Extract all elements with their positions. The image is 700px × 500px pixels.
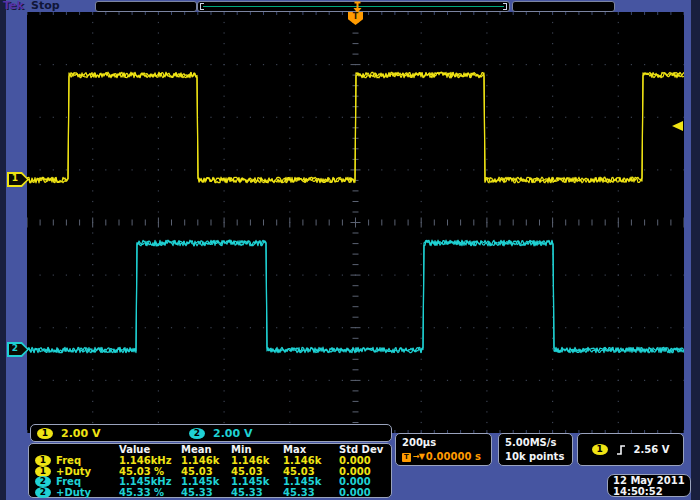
meas-cell: 1.146kHz bbox=[119, 455, 181, 466]
acquisition-readout-box[interactable]: 5.00MS/s 10k points bbox=[498, 433, 573, 466]
oscilloscope-screen: { "header": { "logo": "Tek", "status": "… bbox=[0, 0, 700, 500]
ch1-scale-value: 2.00 V bbox=[61, 427, 100, 440]
acquisition-status-label: Stop bbox=[31, 0, 60, 12]
ch2-marker-label: 2 bbox=[7, 343, 23, 353]
ch2-badge: 2 bbox=[35, 476, 51, 487]
meas-cell: 45.33 bbox=[181, 487, 231, 498]
record-right-bracket-icon bbox=[503, 3, 507, 10]
ch2-badge: 2 bbox=[35, 487, 51, 498]
meas-header-max: Max bbox=[283, 444, 339, 455]
meas-row-label: 1+Duty bbox=[33, 466, 119, 477]
meas-cell: 45.03 bbox=[181, 466, 231, 477]
ch1-marker-label: 1 bbox=[7, 173, 23, 183]
trigger-level-arrow-icon[interactable] bbox=[672, 121, 683, 131]
rising-edge-icon bbox=[616, 444, 626, 456]
meas-row-label: 2+Duty bbox=[33, 487, 119, 498]
ch1-badge: 1 bbox=[35, 466, 51, 477]
trigger-t-icon: T bbox=[402, 453, 411, 462]
meas-cell: 1.146k bbox=[181, 455, 231, 466]
ch2-scale-value: 2.00 V bbox=[213, 427, 252, 440]
trigger-level: 2.56 V bbox=[634, 444, 670, 455]
record-length: 10k points bbox=[505, 450, 572, 464]
meas-cell: 1.145k bbox=[283, 476, 339, 487]
tek-logo: Tek bbox=[3, 0, 24, 12]
time-label: 14:50:52 bbox=[613, 487, 690, 498]
meas-cell: 1.145k bbox=[181, 476, 231, 487]
meas-header-value: Value bbox=[119, 444, 181, 455]
channel-scale-box[interactable]: 1 2.00 V 2 2.00 V bbox=[30, 424, 392, 442]
graticule-and-traces bbox=[27, 12, 684, 433]
date-label: 12 May 2011 bbox=[613, 476, 690, 487]
meas-cell: 45.33 bbox=[231, 487, 283, 498]
meas-cell: 45.03 bbox=[283, 466, 339, 477]
meas-cell: 0.000 bbox=[339, 466, 387, 477]
meas-cell: 1.145k bbox=[231, 476, 283, 487]
top-status-bar: Tek Stop bbox=[0, 0, 684, 12]
ch2-badge[interactable]: 2 bbox=[189, 428, 205, 439]
meas-row-label: 1Freq bbox=[33, 455, 119, 466]
meas-header-blank bbox=[33, 444, 119, 455]
ch1-badge: 1 bbox=[35, 455, 51, 466]
meas-header-stddev: Std Dev bbox=[339, 444, 387, 455]
trigger-source-badge: 1 bbox=[592, 444, 608, 455]
ch1-position-marker[interactable]: 1 bbox=[7, 172, 29, 187]
meas-header-mean: Mean bbox=[181, 444, 231, 455]
horizontal-position: 0.00000 s bbox=[426, 450, 481, 464]
meas-cell: 0.000 bbox=[339, 487, 387, 498]
trigger-readout-box[interactable]: 1 2.56 V bbox=[577, 433, 684, 466]
topbar-readout-box bbox=[95, 1, 197, 12]
meas-cell: 45.33 % bbox=[119, 487, 181, 498]
meas-cell: 45.33 bbox=[283, 487, 339, 498]
meas-cell: 1.146k bbox=[231, 455, 283, 466]
ch2-position-marker[interactable]: 2 bbox=[7, 342, 29, 357]
meas-cell: 45.03 % bbox=[119, 466, 181, 477]
topbar-readout-box bbox=[512, 1, 615, 12]
meas-cell: 0.000 bbox=[339, 476, 387, 487]
record-left-bracket-icon bbox=[200, 3, 204, 10]
sample-rate: 5.00MS/s bbox=[505, 436, 572, 450]
waveform-display-area: T bbox=[27, 12, 684, 433]
ch1-badge[interactable]: 1 bbox=[37, 428, 53, 439]
trigger-arrow-icon: →▼ bbox=[413, 450, 424, 464]
meas-cell: 1.145kHz bbox=[119, 476, 181, 487]
measurement-table: Value Mean Min Max Std Dev 1Freq 1.146kH… bbox=[28, 443, 392, 498]
meas-cell: 45.03 bbox=[231, 466, 283, 477]
meas-row-label: 2Freq bbox=[33, 476, 119, 487]
horizontal-readout-box[interactable]: 200µs T→▼ 0.00000 s bbox=[395, 433, 492, 466]
meas-cell: 1.146k bbox=[283, 455, 339, 466]
record-view-bar bbox=[197, 1, 510, 12]
meas-cell: 0.000 bbox=[339, 455, 387, 466]
datetime-box: 12 May 2011 14:50:52 bbox=[607, 474, 691, 497]
meas-header-min: Min bbox=[231, 444, 283, 455]
horizontal-scale: 200µs bbox=[402, 436, 491, 450]
